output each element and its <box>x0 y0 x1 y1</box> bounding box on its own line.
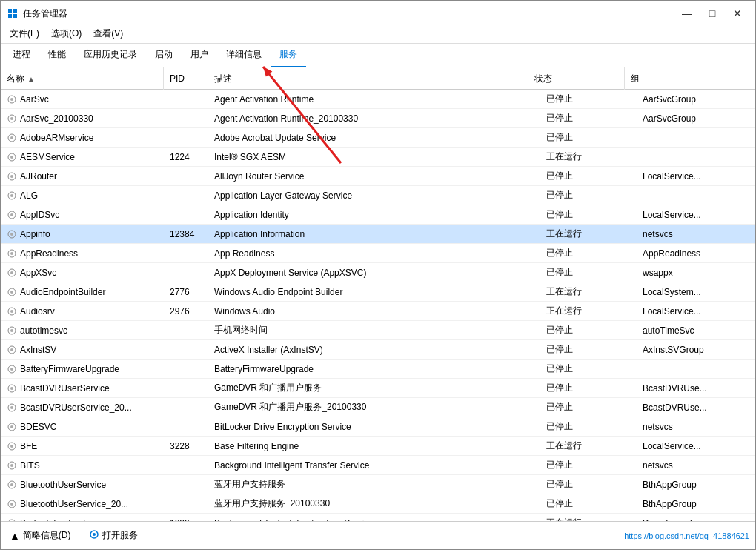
tabs-bar: 进程 性能 应用历史记录 启动 用户 详细信息 服务 <box>1 44 755 67</box>
open-service-button[interactable]: 打开服务 <box>86 528 141 543</box>
cell-pid <box>164 194 208 197</box>
window-title: 任务管理器 <box>23 7 67 20</box>
service-row-icon <box>7 152 17 162</box>
cell-name: BcastDVRUserService <box>1 382 164 395</box>
svg-point-35 <box>10 387 13 390</box>
table-row[interactable]: BcastDVRUserService_20...GameDVR 和广播用户服务… <box>1 398 755 417</box>
service-row-icon <box>7 268 17 278</box>
cell-desc: GameDVR 和广播用户服务 <box>208 380 540 396</box>
cell-name: BDESVC <box>1 420 164 434</box>
cell-name: AdobeARMservice <box>1 131 164 145</box>
svg-rect-2 <box>8 14 12 18</box>
cell-group: BthAppGroup <box>637 478 755 491</box>
cell-group <box>637 194 755 197</box>
col-desc[interactable]: 描述 <box>208 67 528 90</box>
service-row-icon <box>7 364 17 374</box>
cell-status: 正在运行 <box>540 515 637 521</box>
cell-desc: AppX Deployment Service (AppXSVC) <box>208 266 540 279</box>
svg-point-13 <box>10 175 13 178</box>
svg-point-27 <box>10 310 13 313</box>
cell-status: 正在运行 <box>540 438 637 454</box>
table-row[interactable]: AJRouterAllJoyn Router Service已停止LocalSe… <box>1 167 755 186</box>
cell-name: BatteryFirmwareUpgrade <box>1 362 164 376</box>
service-row-icon <box>7 229 17 239</box>
menu-view[interactable]: 查看(V) <box>87 26 129 42</box>
tab-details[interactable]: 详细信息 <box>217 44 271 67</box>
cell-pid <box>164 136 208 139</box>
svg-rect-0 <box>8 9 12 13</box>
cell-name: Audiosrv <box>1 305 164 318</box>
col-pid[interactable]: PID <box>164 67 208 90</box>
tab-users[interactable]: 用户 <box>182 44 217 67</box>
cell-name: AxInstSV <box>1 343 164 357</box>
footer-link: https://blog.csdn.net/qq_41884621 <box>624 531 749 540</box>
cell-pid <box>164 98 208 101</box>
cell-name: Appinfo <box>1 228 164 241</box>
services-table: 名称 ▲ PID 描述 状态 组 <box>1 67 755 521</box>
tab-app-history[interactable]: 应用历史记录 <box>75 44 146 67</box>
cell-desc: Intel® SGX AESM <box>208 150 540 164</box>
table-row[interactable]: AppIDSvcApplication Identity已停止LocalServ… <box>1 205 755 225</box>
table-row[interactable]: AxInstSVActiveX Installer (AxInstSV)已停止A… <box>1 340 755 360</box>
cell-name: AppIDSvc <box>1 208 164 222</box>
tab-process[interactable]: 进程 <box>4 44 39 67</box>
table-body: AarSvcAgent Activation Runtime已停止AarSvcG… <box>1 90 755 521</box>
tab-performance[interactable]: 性能 <box>39 44 75 67</box>
cell-group: autoTimeSvc <box>637 324 755 337</box>
cell-pid <box>164 503 208 506</box>
table-row[interactable]: BrokerInfrastructure1020Background Tasks… <box>1 514 755 521</box>
table-row[interactable]: BITSBackground Intelligent Transfer Serv… <box>1 456 755 475</box>
menu-file[interactable]: 文件(E) <box>4 26 45 42</box>
cell-name: AESMService <box>1 150 164 164</box>
window-controls: — □ ✕ <box>675 4 749 22</box>
table-row[interactable]: AarSvc_20100330Agent Activation Runtime_… <box>1 109 755 128</box>
cell-desc: Windows Audio Endpoint Builder <box>208 285 540 299</box>
cell-name: BluetoothUserService_20... <box>1 497 164 511</box>
table-row[interactable]: Audiosrv2976Windows Audio正在运行LocalServic… <box>1 302 755 321</box>
table-row[interactable]: BFE3228Base Filtering Engine正在运行LocalSer… <box>1 437 755 456</box>
svg-point-11 <box>10 156 13 159</box>
table-row[interactable]: autotimesvc手机网络时间已停止autoTimeSvc <box>1 321 755 340</box>
table-row[interactable]: ALGApplication Layer Gateway Service已停止 <box>1 186 755 205</box>
service-row-icon <box>7 287 17 297</box>
table-row[interactable]: AppXSvcAppX Deployment Service (AppXSVC)… <box>1 263 755 282</box>
cell-name: BFE <box>1 440 164 453</box>
table-row[interactable]: AudioEndpointBuilder2776Windows Audio En… <box>1 282 755 302</box>
service-row-icon <box>7 383 17 394</box>
table-row[interactable]: BatteryFirmwareUpgradeBatteryFirmwareUpg… <box>1 360 755 379</box>
svg-point-15 <box>10 194 13 197</box>
maximize-button[interactable]: □ <box>700 4 724 22</box>
table-row[interactable]: BluetoothUserService蓝牙用户支持服务已停止BthAppGro… <box>1 475 755 494</box>
cell-status: 正在运行 <box>540 226 637 242</box>
svg-point-43 <box>10 464 13 467</box>
table-row[interactable]: BDESVCBitLocker Drive Encryption Service… <box>1 417 755 437</box>
minimize-button[interactable]: — <box>675 4 699 22</box>
table-row[interactable]: AESMService1224Intel® SGX AESM正在运行 <box>1 148 755 167</box>
cell-status: 已停止 <box>540 380 637 396</box>
cell-pid <box>164 117 208 120</box>
menu-options[interactable]: 选项(O) <box>45 26 87 42</box>
table-row[interactable]: AppReadinessApp Readiness已停止AppReadiness <box>1 244 755 263</box>
service-row-icon <box>7 133 17 143</box>
cell-group: LocalService... <box>637 440 755 453</box>
svg-point-7 <box>10 117 13 120</box>
cell-desc: AllJoyn Router Service <box>208 170 540 183</box>
col-name[interactable]: 名称 ▲ <box>1 67 164 90</box>
cell-group: netsvcs <box>637 228 755 241</box>
svg-point-29 <box>10 329 13 332</box>
table-row[interactable]: Appinfo12384Application Information正在运行n… <box>1 225 755 244</box>
table-row[interactable]: AdobeARMserviceAdobe Acrobat Update Serv… <box>1 128 755 148</box>
close-button[interactable]: ✕ <box>726 4 749 22</box>
col-status[interactable]: 状态 <box>528 67 625 90</box>
cell-desc: Adobe Acrobat Update Service <box>208 131 540 145</box>
summary-button[interactable]: ▲ 简略信息(D) <box>7 528 74 543</box>
table-row[interactable]: AarSvcAgent Activation Runtime已停止AarSvcG… <box>1 90 755 109</box>
table-row[interactable]: BcastDVRUserServiceGameDVR 和广播用户服务已停止Bca… <box>1 379 755 398</box>
cell-desc: Application Information <box>208 228 540 241</box>
tab-startup[interactable]: 启动 <box>146 44 182 67</box>
cell-desc: Application Identity <box>208 208 540 222</box>
tab-services[interactable]: 服务 <box>271 44 306 67</box>
cell-desc: BatteryFirmwareUpgrade <box>208 362 540 376</box>
table-row[interactable]: BluetoothUserService_20...蓝牙用户支持服务_20100… <box>1 494 755 514</box>
col-group[interactable]: 组 <box>625 67 743 90</box>
